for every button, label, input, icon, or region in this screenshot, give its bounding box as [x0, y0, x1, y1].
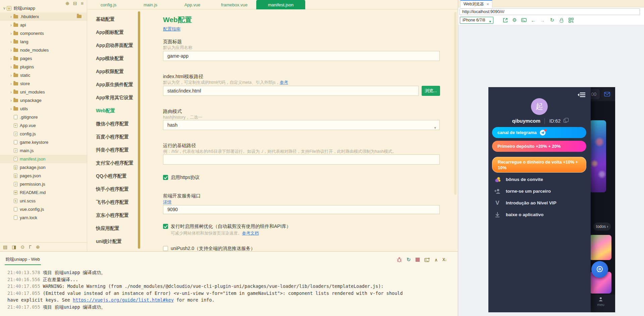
chevron-collapsed-icon[interactable]: › [9, 31, 13, 36]
manifest-menu-微信小程序配置[interactable]: 微信小程序配置 [96, 117, 136, 130]
chevron-collapsed-icon[interactable]: › [9, 14, 13, 19]
chevron-collapsed-icon[interactable]: › [9, 106, 13, 111]
gear-icon[interactable]: ⚙ [511, 17, 518, 23]
console-link[interactable]: https://vuejs.org/guide/list.html#key [73, 297, 174, 303]
chevron-collapsed-icon[interactable]: › [9, 48, 13, 53]
explorer-bottom-icon-4[interactable]: ⊕ [36, 244, 40, 250]
tree-item-App.vue[interactable]: VApp.vue [0, 121, 87, 130]
tree-item-config.js[interactable]: Jconfig.js [0, 130, 87, 138]
qrcode-icon[interactable] [568, 17, 574, 23]
config-guide-link[interactable]: 配置指南 [163, 26, 180, 32]
game-thumbnail[interactable] [589, 235, 611, 260]
reload-icon[interactable]: ↻ [549, 17, 555, 23]
copy-icon[interactable] [564, 119, 567, 123]
treeshaking-checkbox-row[interactable]: 发行时启用摇树优化（自动裁剪没有使用的组件和API库） [163, 223, 291, 230]
tree-item-.hbuilderx[interactable]: ›.hbuilderx [0, 12, 87, 21]
chevron-collapsed-icon[interactable]: › [9, 73, 13, 78]
menu-scrollbar[interactable] [138, 11, 140, 249]
manifest-menu-抖音小程序配置[interactable]: 抖音小程序配置 [96, 143, 136, 156]
tree-item-permission.js[interactable]: Jpermission.js [0, 180, 87, 188]
chevron-collapsed-icon[interactable]: › [9, 98, 13, 103]
template-path-reference-link[interactable]: 参考 [280, 80, 288, 85]
editor-tab-framebox.vue[interactable]: framebox.vue [213, 0, 255, 9]
collapse-drawer-icon[interactable] [577, 92, 586, 99]
restart-icon[interactable]: ↻ [407, 257, 411, 263]
drawer-item-baixe o aplicativo[interactable]: baixe o aplicativo [494, 209, 584, 220]
tree-item-game.keystore[interactable]: game.keystore [0, 138, 87, 146]
manifest-menu-uni统计配置[interactable]: uni统计配置 [96, 235, 136, 248]
close-icon[interactable]: × [486, 2, 489, 7]
explorer-bottom-icon-2[interactable]: ⊙ [20, 244, 24, 250]
browse-button[interactable]: 浏览... [422, 86, 440, 96]
editor-tab-App.vue[interactable]: App.vue [171, 0, 213, 9]
nav-item-meu[interactable]: meu [592, 297, 609, 307]
drawer-item-torne-se um parceiro[interactable]: torne-se um parceiro [494, 185, 584, 197]
collapse-panel-icon[interactable]: ∧ [435, 257, 438, 262]
manifest-menu-App权限配置[interactable]: App权限配置 [96, 65, 136, 78]
manifest-menu-App常用其它设置[interactable]: App常用其它设置 [96, 91, 136, 104]
editor-tab-manifest.json[interactable]: manifest.json [256, 0, 305, 9]
stop-icon[interactable] [416, 258, 420, 262]
tree-item-utils[interactable]: ›utils [0, 105, 87, 113]
base-path-input[interactable] [163, 154, 440, 165]
manifest-menu-百度小程序配置[interactable]: 百度小程序配置 [96, 130, 136, 143]
https-checkbox[interactable] [163, 175, 168, 180]
tree-item-pages.json[interactable]: []pages.json [0, 172, 87, 180]
router-mode-select[interactable]: hash▾ [163, 120, 440, 130]
chevron-collapsed-icon[interactable]: › [9, 56, 13, 61]
chevron-collapsed-icon[interactable]: › [9, 39, 13, 44]
template-path-input[interactable]: static/index.html [163, 86, 419, 96]
chevron-collapsed-icon[interactable]: › [9, 89, 13, 94]
tree-item-.gitignore[interactable]: .gitignore [0, 113, 87, 121]
dev-port-input[interactable]: 9090 [163, 205, 440, 214]
explorer-bottom-icon-0[interactable]: ▤ [3, 244, 7, 250]
tree-item-README.md[interactable]: MREADME.md [0, 188, 87, 197]
recharge-promo-button[interactable]: Recarregue o dinheiro de volta +10% + 10… [492, 157, 586, 173]
manifest-menu-App图标配置[interactable]: App图标配置 [96, 26, 136, 39]
avatar[interactable]: 起 [531, 98, 548, 115]
editor-tab-config.js[interactable]: config.js [88, 0, 129, 9]
tree-item-node_modules[interactable]: ›node_modules [0, 46, 87, 54]
chevron-collapsed-icon[interactable]: › [9, 22, 13, 27]
manifest-menu-App原生插件配置[interactable]: App原生插件配置 [96, 78, 136, 91]
tree-item-vue.config.js[interactable]: vue.config.js [0, 205, 87, 213]
tree-project-row[interactable]: ∨U前端uniapp [0, 4, 87, 12]
game-banner-card[interactable] [589, 120, 606, 192]
manifest-menu-京东小程序配置[interactable]: 京东小程序配置 [96, 209, 136, 222]
console-tab[interactable]: 前端uniapp - Web [5, 256, 40, 262]
tree-item-plugins[interactable]: ›plugins [0, 63, 87, 71]
manifest-menu-快手小程序配置[interactable]: 快手小程序配置 [96, 183, 136, 196]
tree-item-pages[interactable]: ›pages [0, 54, 87, 63]
tree-item-static[interactable]: ›static [0, 71, 87, 79]
treeshaking-doc-link[interactable]: 参考文档 [242, 231, 259, 236]
tree-item-yarn.lock[interactable]: yarn.lock [0, 213, 87, 222]
tree-item-package.json[interactable]: []package.json [0, 163, 87, 172]
manifest-menu-QQ小程序配置[interactable]: QQ小程序配置 [96, 170, 136, 183]
manifest-menu-支付宝小程序配置[interactable]: 支付宝小程序配置 [96, 156, 136, 170]
tree-item-lang[interactable]: ›lang [0, 38, 87, 46]
manifest-menu-App启动界面配置[interactable]: App启动界面配置 [96, 39, 136, 52]
drawer-item-bônus de convite[interactable]: bônus de convite [494, 174, 584, 185]
tree-item-main.js[interactable]: Jmain.js [0, 146, 87, 155]
debug-bug-icon[interactable] [397, 257, 402, 262]
chevron-expanded-icon[interactable]: ∨ [2, 6, 7, 10]
drawer-item-Introdução ao Nível VIP[interactable]: VIntrodução ao Nível VIP [494, 197, 584, 209]
manifest-menu-快应用配置[interactable]: 快应用配置 [96, 222, 136, 235]
lock-icon[interactable] [558, 17, 565, 23]
treeshaking-checkbox[interactable] [163, 224, 168, 229]
support-chat-fab[interactable] [591, 261, 608, 278]
editor-tab-main.js[interactable]: main.js [129, 0, 171, 9]
chevron-collapsed-icon[interactable]: › [9, 81, 13, 86]
forward-icon[interactable]: → [539, 17, 546, 23]
explorer-bottom-icon-3[interactable]: Γ [29, 244, 32, 250]
new-terminal-icon[interactable] [424, 257, 430, 262]
manifest-menu-Web配置[interactable]: Web配置 [96, 104, 136, 117]
explorer-bottom-icon-1[interactable]: ◨ [12, 244, 16, 250]
tree-item-store[interactable]: ›store [0, 79, 87, 88]
https-checkbox-row[interactable]: 启用https协议 [163, 174, 200, 181]
address-bar-input[interactable]: http://localhost:9090/#/ [460, 8, 640, 15]
manifest-menu-App模块配置[interactable]: App模块配置 [96, 52, 136, 65]
back-icon[interactable]: ← [530, 17, 537, 23]
page-title-input[interactable]: game-app [163, 51, 440, 61]
browser-tab[interactable]: Web浏览器 × [460, 0, 492, 7]
